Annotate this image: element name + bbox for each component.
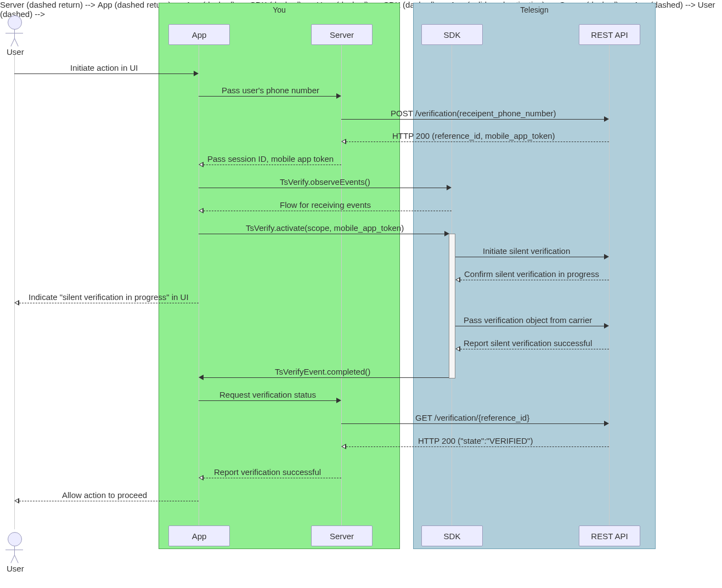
msg-m13-arrow [460, 349, 609, 349]
msg-m4-label: HTTP 200 (reference_id, mobile_app_token… [392, 131, 555, 140]
msg-m7-label: Flow for receiving events [280, 200, 371, 210]
msg-m19-head [14, 498, 19, 504]
msg-m11-label: Indicate "silent verification in progres… [29, 292, 189, 302]
msg-m7-arrow [204, 211, 452, 211]
msg-m10-arrow [460, 280, 609, 280]
msg-m17-arrow [346, 446, 609, 447]
msg-m16-label: GET /verification/{reference_id} [415, 413, 529, 422]
actor-user-legr-top [14, 38, 19, 47]
msg-m2-arrow [199, 96, 336, 97]
participant-server-bot: Server [311, 525, 373, 546]
msg-m5-head [199, 162, 204, 167]
participant-app-top: App [168, 24, 230, 45]
msg-m12-arrow [455, 326, 604, 326]
lifeline-rest [609, 44, 610, 527]
msg-m19-arrow [19, 501, 199, 501]
msg-m13-label: Report silent verification successful [464, 338, 592, 348]
msg-m3-label: POST /verification(receipent_phone_numbe… [391, 109, 556, 118]
actor-user-label-bot: User [7, 564, 24, 573]
msg-m1-head [194, 71, 199, 76]
participant-rest-bot: REST API [579, 525, 640, 546]
msg-m7-head [199, 208, 204, 213]
msg-m13-head [455, 346, 460, 352]
msg-m15-label: Request verification status [219, 390, 316, 399]
participant-app-bot: App [168, 525, 230, 546]
participant-server-top: Server [311, 24, 373, 45]
msg-m15-head [336, 398, 341, 403]
msg-m15-arrow [199, 400, 336, 401]
msg-m11-arrow [19, 303, 199, 303]
msg-m14-head [199, 375, 204, 380]
msg-m2-head [336, 93, 341, 99]
msg-m5-arrow [204, 165, 341, 165]
msg-m17-head [341, 444, 346, 449]
msg-m3-head [604, 116, 609, 122]
msg-m8-arrow [199, 234, 445, 234]
actor-user-label-top: User [7, 47, 24, 56]
msg-m17-label: HTTP 200 ("state":"VERIFIED") [418, 436, 533, 445]
msg-m8-head [444, 231, 449, 236]
msg-m16-arrow [341, 423, 604, 424]
msg-m14-arrow [204, 377, 449, 378]
lifeline-app [199, 44, 199, 527]
msg-m4-head [341, 139, 346, 144]
msg-m3-arrow [341, 119, 604, 120]
actor-user-body-bot [14, 546, 15, 555]
msg-m16-head [604, 421, 609, 426]
msg-m8-label: TsVerify.activate(scope, mobile_app_toke… [246, 223, 404, 233]
msg-m6-arrow [199, 188, 447, 188]
msg-m9-label: Initiate silent verification [483, 246, 570, 256]
msg-m18-head [199, 475, 204, 480]
msg-m9-head [604, 254, 609, 259]
participant-sdk-top: SDK [421, 24, 483, 45]
msg-m6-head [447, 185, 452, 190]
msg-m10-label: Confirm silent verification in progress [464, 269, 599, 279]
msg-m14-label: TsVerifyEvent.completed() [275, 367, 370, 376]
actor-user-legr-bot [14, 555, 19, 563]
lifeline-user [14, 55, 15, 529]
msg-m1-arrow [14, 74, 194, 74]
group-you-title: You [273, 5, 286, 14]
actor-user-head-bot [8, 532, 22, 546]
participant-rest-top: REST API [579, 24, 640, 45]
group-telesign-title: Telesign [520, 5, 548, 14]
actor-user-legl-bot [10, 555, 15, 563]
msg-m1-label: Initiate action in UI [70, 63, 138, 72]
msg-m6-label: TsVerify.observeEvents() [280, 177, 370, 186]
activation-sdk [449, 234, 455, 378]
actor-user-legl-top [10, 38, 15, 47]
msg-m12-label: Pass verification object from carrier [464, 315, 592, 325]
msg-m18-arrow [204, 478, 341, 478]
actor-user-body-top [14, 30, 15, 38]
msg-m11-head [14, 300, 19, 306]
msg-m18-label: Report verification successful [214, 467, 321, 477]
msg-m9-arrow [455, 257, 604, 257]
actor-user-arms-bot [5, 550, 23, 550]
actor-user-arms-top [5, 33, 23, 33]
msg-m4-arrow [346, 142, 609, 142]
msg-m2-label: Pass user's phone number [222, 86, 319, 95]
actor-user-head-top [8, 15, 22, 30]
msg-m19-label: Allow action to proceed [62, 490, 147, 500]
participant-sdk-bot: SDK [421, 525, 483, 546]
msg-m12-head [604, 323, 609, 329]
msg-m5-label: Pass session ID, mobile app token [207, 154, 334, 163]
msg-m10-head [455, 277, 460, 282]
lifeline-server [341, 44, 342, 527]
